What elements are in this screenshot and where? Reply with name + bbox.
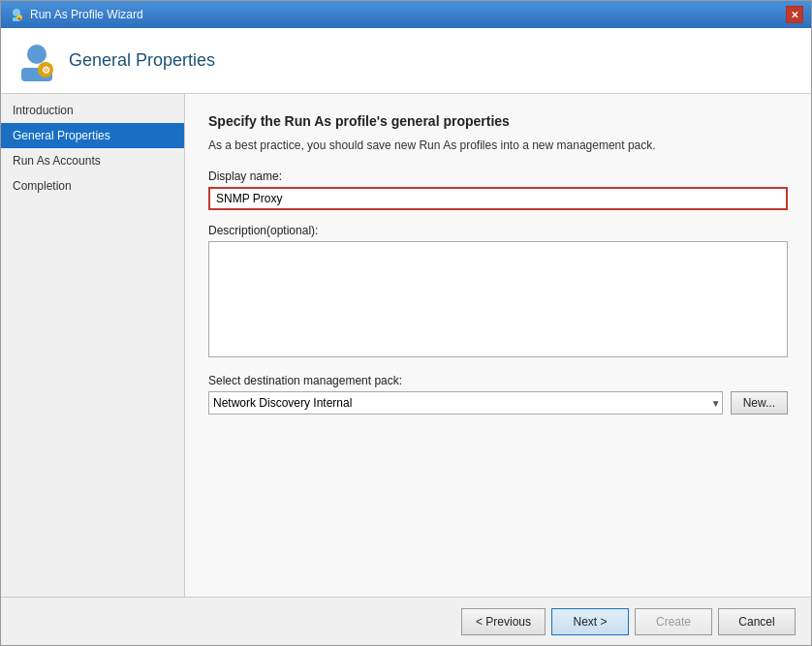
svg-text:⚙: ⚙ — [42, 65, 50, 76]
description-label: Description(optional): — [208, 224, 788, 237]
wizard-icon: + — [9, 7, 24, 22]
title-bar-left: + Run As Profile Wizard — [9, 7, 143, 22]
main-content: Specify the Run As profile's general pro… — [185, 94, 811, 597]
sidebar: Introduction General Properties Run As A… — [1, 94, 185, 597]
sidebar-item-run-as-accounts[interactable]: Run As Accounts — [1, 148, 184, 173]
footer: < Previous Next > Create Cancel — [1, 597, 811, 645]
management-pack-group: Select destination management pack: Netw… — [208, 374, 788, 415]
title-bar-text: Run As Profile Wizard — [30, 8, 143, 21]
section-title: Specify the Run As profile's general pro… — [208, 113, 788, 129]
wizard-window: + Run As Profile Wizard ✕ ⚙ General Prop… — [0, 0, 812, 646]
sidebar-item-introduction[interactable]: Introduction — [1, 98, 184, 123]
new-button[interactable]: New... — [731, 391, 788, 415]
sidebar-item-completion[interactable]: Completion — [1, 173, 184, 199]
svg-text:+: + — [18, 15, 21, 21]
sidebar-item-general-properties[interactable]: General Properties — [1, 123, 184, 148]
management-pack-label: Select destination management pack: — [208, 374, 788, 387]
description-textarea[interactable] — [208, 241, 788, 357]
header-title: General Properties — [69, 50, 215, 71]
next-button[interactable]: Next > — [551, 608, 629, 635]
header-icon: ⚙ — [16, 41, 57, 81]
description-group: Description(optional): — [208, 224, 788, 360]
title-bar: + Run As Profile Wizard ✕ — [1, 1, 811, 28]
display-name-input[interactable] — [208, 187, 788, 210]
description-wrapper — [208, 241, 788, 360]
create-button[interactable]: Create — [635, 608, 712, 635]
previous-button[interactable]: < Previous — [461, 608, 546, 635]
management-pack-select[interactable]: Network Discovery Internal — [208, 391, 723, 415]
close-button[interactable]: ✕ — [786, 6, 803, 23]
management-pack-row: Network Discovery Internal ▼ New... — [208, 391, 788, 415]
management-pack-select-wrapper: Network Discovery Internal ▼ — [208, 391, 723, 415]
display-name-label: Display name: — [208, 169, 788, 183]
display-name-group: Display name: — [208, 169, 788, 210]
info-text: As a best practice, you should save new … — [208, 138, 788, 152]
cancel-button[interactable]: Cancel — [718, 608, 796, 635]
content-area: Introduction General Properties Run As A… — [1, 94, 811, 597]
svg-point-4 — [27, 45, 47, 64]
wizard-header: ⚙ General Properties — [1, 28, 811, 94]
